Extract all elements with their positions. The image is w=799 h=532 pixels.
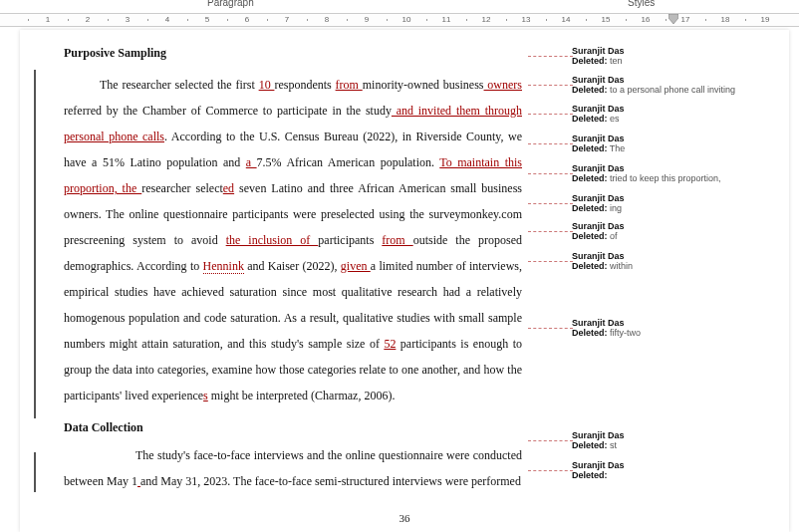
revision-action: Deleted: <box>572 261 608 271</box>
inserted-text: 52 <box>384 337 396 351</box>
inserted-text: owners <box>484 78 522 92</box>
revision-action: Deleted: <box>572 328 608 338</box>
revision-balloon[interactable]: Suranjit DasDeleted: to a personal phone… <box>572 75 781 95</box>
revision-author: Suranjit Das <box>572 221 781 231</box>
revision-action: Deleted: <box>572 470 608 480</box>
text-run: referred by the Chamber of Commerce to p… <box>64 104 392 118</box>
revision-author: Suranjit Das <box>572 104 781 114</box>
ribbon-label-paragraph: Paragraph <box>207 0 254 8</box>
revision-action: Deleted: <box>572 203 608 213</box>
revision-action: Deleted: <box>572 143 608 153</box>
revision-deleted-text: ten <box>608 56 623 66</box>
ribbon-label-styles: Styles <box>628 0 655 8</box>
revision-action: Deleted: <box>572 85 608 95</box>
text-run: and May 31, 2023. The face-to-face semi-… <box>140 474 521 488</box>
revision-action: Deleted: <box>572 231 608 241</box>
revision-author: Suranjit Das <box>572 193 781 203</box>
revision-action: Deleted: <box>572 56 608 66</box>
revision-action: Deleted: <box>572 440 608 450</box>
revision-bar <box>34 452 36 492</box>
revision-balloon[interactable]: Suranjit DasDeleted: fifty-two <box>572 318 781 338</box>
revision-balloon[interactable]: Suranjit DasDeleted: ten <box>572 46 781 66</box>
ruler-tick-label: 3 <box>126 15 130 24</box>
text-run: respondents <box>274 78 335 92</box>
revision-balloon[interactable]: Suranjit DasDeleted: es <box>572 104 781 124</box>
revision-balloon[interactable]: Suranjit DasDeleted: <box>572 460 781 480</box>
heading-data-collection: Data Collection <box>64 414 522 440</box>
inserted-text: from <box>382 233 412 247</box>
ruler-tick-label: 12 <box>482 15 491 24</box>
svg-marker-0 <box>668 14 678 24</box>
revision-balloon[interactable]: Suranjit DasDeleted: tried to keep this … <box>572 163 781 183</box>
revision-deleted-text: to a personal phone call inviting <box>608 85 736 95</box>
ruler-tick-label: 18 <box>721 15 730 24</box>
paragraph-1: The researcher selected the first 10 res… <box>64 72 522 408</box>
ruler-tick-label: 1 <box>46 15 50 24</box>
ruler-tick-label: 15 <box>602 15 611 24</box>
ruler-tick-label: 10 <box>402 15 411 24</box>
revision-balloon[interactable]: Suranjit DasDeleted: within <box>572 251 781 271</box>
ruler-tick-label: 2 <box>86 15 90 24</box>
text-run: researcher select <box>141 181 223 195</box>
text-run: might be interpreted (Charmaz, 2006). <box>208 389 396 402</box>
revision-author: Suranjit Das <box>572 75 781 85</box>
spellcheck-flag: Hennink <box>203 259 244 274</box>
revision-balloon[interactable]: Suranjit DasDeleted: st <box>572 430 781 450</box>
revision-author: Suranjit Das <box>572 251 781 261</box>
revision-action: Deleted: <box>572 173 608 183</box>
revision-author: Suranjit Das <box>572 318 781 328</box>
ruler-tick-label: 6 <box>245 15 249 24</box>
revision-balloon[interactable]: Suranjit DasDeleted: The <box>572 133 781 153</box>
revision-deleted-text: es <box>608 114 620 124</box>
ruler-tick-label: 16 <box>642 15 651 24</box>
ruler-tick-label: 7 <box>285 15 289 24</box>
revision-deleted-text: The <box>608 143 626 153</box>
revision-author: Suranjit Das <box>572 163 781 173</box>
ruler-tick-label: 17 <box>681 15 690 24</box>
ruler-tick-label: 19 <box>761 15 770 24</box>
inserted-text: 10 <box>259 78 275 92</box>
revision-author: Suranjit Das <box>572 46 781 56</box>
horizontal-ruler[interactable]: 12345678910111213141516171819 <box>0 13 799 27</box>
text-run: 7.5% African American population. <box>257 155 440 169</box>
inserted-text: the inclusion of <box>226 233 319 247</box>
inserted-text: from <box>336 78 363 92</box>
revision-balloon[interactable]: Suranjit DasDeleted: of <box>572 221 781 241</box>
revision-action: Deleted: <box>572 114 608 124</box>
text-run: The researcher selected the first <box>100 78 259 92</box>
revision-deleted-text: fifty-two <box>608 328 642 338</box>
revision-balloon[interactable]: Suranjit DasDeleted: ing <box>572 193 781 213</box>
revision-deleted-text: within <box>608 261 634 271</box>
ruler-tick-label: 11 <box>442 15 451 24</box>
inserted-text: ed <box>223 181 234 195</box>
ruler-tick-label: 13 <box>522 15 531 24</box>
text-run: participants <box>318 233 382 247</box>
revision-author: Suranjit Das <box>572 133 781 143</box>
revision-deleted-text: of <box>608 231 618 241</box>
ruler-indent-marker[interactable] <box>668 14 678 26</box>
inserted-text: given <box>341 259 371 273</box>
revision-author: Suranjit Das <box>572 460 781 470</box>
ruler-tick-label: 5 <box>205 15 209 24</box>
text-run: minority-owned business <box>363 78 484 92</box>
text-run: and Kaiser (2022), <box>244 259 341 273</box>
heading-purposive-sampling: Purposive Sampling <box>64 40 522 66</box>
revision-author: Suranjit Das <box>572 430 781 440</box>
revision-bar <box>34 70 36 418</box>
ribbon-group-labels: Paragraph Styles <box>0 0 799 10</box>
document-body[interactable]: Purposive Sampling The researcher select… <box>64 40 522 494</box>
ruler-tick-label: 4 <box>165 15 169 24</box>
inserted-text: a <box>246 155 257 169</box>
ruler-tick-label: 8 <box>325 15 329 24</box>
revision-deleted-text: tried to keep this proportion, <box>608 173 721 183</box>
paragraph-2: The study's face-to-face interviews and … <box>64 442 522 494</box>
ruler-tick-label: 14 <box>562 15 571 24</box>
ruler-tick-label: 9 <box>365 15 369 24</box>
revision-deleted-text: ing <box>608 203 623 213</box>
revision-deleted-text: st <box>608 440 618 450</box>
page-number: 36 <box>20 512 789 524</box>
